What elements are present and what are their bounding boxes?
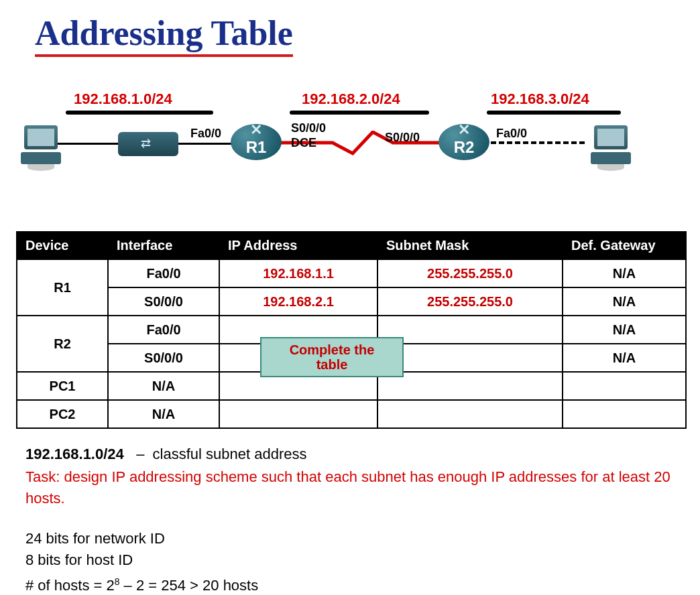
cell-gw	[563, 400, 686, 428]
table-row: S0/0/0 192.168.2.1 255.255.255.0 N/A	[17, 287, 686, 316]
node-switch	[118, 132, 178, 156]
cell-mask	[377, 372, 563, 400]
note-classful: 192.168.1.0/24 – classful subnet address	[25, 444, 687, 465]
addressing-table: Device Interface IP Address Subnet Mask …	[16, 231, 687, 429]
node-pc2: PC2	[587, 125, 634, 171]
note-calc-2: 8 bits for host ID	[25, 549, 687, 571]
link-r2-pc2	[491, 141, 585, 144]
cell-gw: N/A	[563, 287, 686, 316]
network-topology: 192.168.1.0/24 192.168.2.0/24 192.168.3.…	[13, 90, 687, 204]
page-title: Addressing Table	[35, 13, 293, 57]
cell-gw	[563, 372, 686, 400]
cell-mask	[377, 344, 563, 372]
cell-mask: 255.255.255.0	[377, 259, 563, 287]
cell-iface: Fa0/0	[108, 316, 219, 344]
note-calc-1: 24 bits for network ID	[25, 528, 687, 549]
note-task: Task: design IP addressing scheme such t…	[25, 466, 687, 509]
cell-mask: 255.255.255.0	[377, 287, 563, 316]
cell-ip: 192.168.2.1	[219, 287, 377, 316]
cell-device: PC2	[17, 400, 108, 428]
th-gateway: Def. Gateway	[563, 232, 686, 259]
iface-r2-s: S0/0/0	[385, 131, 420, 145]
subnet-bar-3	[487, 111, 621, 115]
subnet-bar-2	[290, 111, 429, 115]
addressing-table-wrap: Device Interface IP Address Subnet Mask …	[13, 231, 687, 429]
note-classful-txt: classful subnet address	[153, 446, 307, 462]
subnet-label-1: 192.168.1.0/24	[74, 90, 172, 108]
cell-mask	[377, 400, 563, 428]
iface-r2-fa: Fa0/0	[496, 127, 527, 141]
table-row: PC2 N/A	[17, 400, 686, 428]
node-r2: R2	[439, 124, 489, 160]
note-classful-net: 192.168.1.0/24	[25, 446, 124, 462]
cell-gw: N/A	[563, 344, 686, 372]
complete-table-callout: Complete the table	[260, 337, 404, 377]
th-interface: Interface	[108, 232, 219, 259]
r1-label: R1	[246, 138, 267, 156]
cell-device: R2	[17, 316, 108, 372]
cell-gw: N/A	[563, 259, 686, 287]
cell-iface: S0/0/0	[108, 344, 219, 372]
node-pc1: PC1	[17, 125, 64, 171]
note-calc-3: # of hosts = 28 – 2 = 254 > 20 hosts	[25, 571, 687, 595]
cell-iface: N/A	[108, 400, 219, 428]
subnet-label-2: 192.168.2.0/24	[302, 90, 400, 108]
th-mask: Subnet Mask	[377, 232, 563, 259]
r2-label: R2	[454, 138, 475, 156]
cell-ip	[219, 400, 377, 428]
cell-ip: 192.168.1.1	[219, 259, 377, 287]
table-row: R1 Fa0/0 192.168.1.1 255.255.255.0 N/A	[17, 259, 686, 287]
cell-gw: N/A	[563, 316, 686, 344]
link-pc1-switch	[55, 143, 122, 145]
th-ip: IP Address	[219, 232, 377, 259]
iface-r1-s-bot: DCE	[291, 136, 316, 150]
cell-iface: S0/0/0	[108, 287, 219, 316]
th-device: Device	[17, 232, 108, 259]
cell-iface: Fa0/0	[108, 259, 219, 287]
subnet-label-3: 192.168.3.0/24	[491, 90, 589, 108]
cell-iface: N/A	[108, 372, 219, 400]
notes: 192.168.1.0/24 – classful subnet address…	[25, 444, 687, 595]
subnet-bar-1	[66, 111, 213, 115]
iface-r1-s-top: S0/0/0	[291, 121, 326, 135]
pc1-label: PC1	[28, 132, 46, 143]
note-calc: 24 bits for network ID 8 bits for host I…	[25, 528, 687, 595]
pc2-label: PC2	[598, 132, 616, 143]
cell-mask	[377, 316, 563, 344]
iface-r1-fa: Fa0/0	[190, 127, 221, 141]
cell-device: PC1	[17, 372, 108, 400]
cell-device: R1	[17, 259, 108, 316]
node-r1: R1	[231, 124, 282, 160]
link-switch-r1	[174, 143, 238, 145]
